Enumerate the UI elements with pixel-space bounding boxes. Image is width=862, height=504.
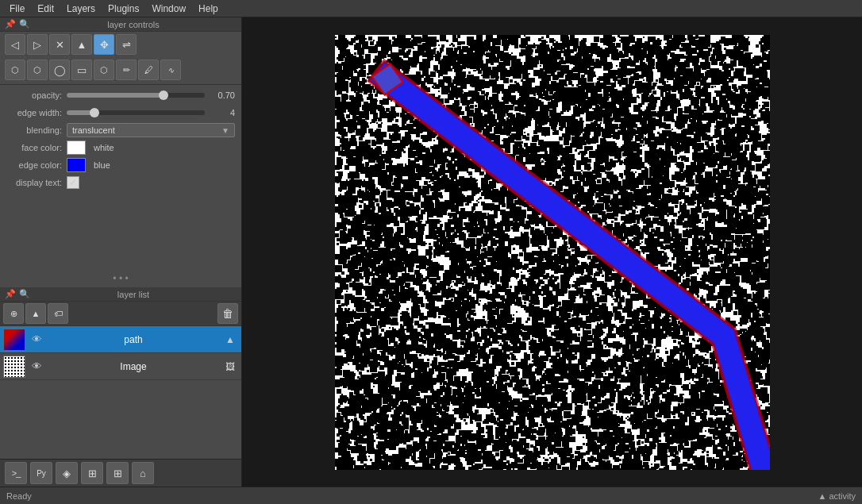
path-layer-name: path	[48, 334, 219, 345]
delete-node-btn[interactable]: ✕	[49, 34, 70, 55]
display-text-label: display text:	[6, 178, 62, 187]
new-shapes-btn[interactable]: ▲	[25, 303, 46, 324]
layer-list-title: layer list	[30, 290, 237, 299]
python-btn[interactable]: Py	[30, 462, 52, 484]
transform-tool-btn[interactable]: ✥	[94, 34, 114, 55]
edge-color-swatch[interactable]	[67, 158, 86, 172]
dots-more: • • • ⋮	[0, 270, 241, 287]
unlink-tool-btn[interactable]: ⬡	[27, 60, 48, 80]
face-color-row: face color: white	[0, 139, 241, 156]
tools-row1: ◁ ▷ ✕ ▲ ✥ ⇌	[0, 32, 241, 57]
menu-help[interactable]: Help	[192, 2, 225, 16]
canvas-area[interactable]	[242, 17, 862, 487]
statusbar: Ready ▲ activity	[0, 487, 862, 504]
bezier-tool-btn[interactable]: ∿	[160, 60, 181, 80]
status-text: Ready	[6, 491, 32, 501]
left-panel: 📌 🔍 layer controls ◁ ▷ ✕ ▲ ✥ ⇌ ⬡ ⬡ ◯ ▭ ⬡…	[0, 17, 242, 487]
blending-dropdown[interactable]: translucent ▼	[67, 123, 235, 137]
edge-width-row: edge width: 4	[0, 104, 241, 121]
dropdown-arrow-icon: ▼	[221, 126, 229, 135]
search-icon: 🔍	[19, 19, 30, 29]
menubar: File Edit Layers Plugins Window Help	[0, 0, 862, 17]
menu-edit[interactable]: Edit	[31, 2, 60, 16]
delete-layer-btn[interactable]: 🗑	[217, 303, 238, 324]
path-red-outline	[387, 79, 764, 470]
image-layer-name: Image	[48, 361, 219, 372]
menu-layers[interactable]: Layers	[60, 2, 102, 16]
image-visibility-toggle[interactable]: 👁	[29, 359, 44, 375]
terminal-btn[interactable]: >_	[5, 462, 27, 484]
edge-color-row: edge color: blue	[0, 156, 241, 174]
layer-list-spacer	[0, 380, 241, 459]
new-points-btn[interactable]: ⊕	[3, 303, 24, 324]
tools-row2: ⬡ ⬡ ◯ ▭ ⬡ ✏ 🖊 ∿	[0, 57, 241, 83]
move-next-btn[interactable]: ▷	[27, 34, 48, 55]
layer-pin-icon: 📌	[5, 289, 16, 299]
edge-color-label: edge color:	[6, 160, 62, 170]
grid-btn[interactable]: ⊞	[106, 462, 129, 484]
controls-spacer	[0, 191, 241, 270]
display-text-checkbox[interactable]: ✓	[67, 176, 79, 189]
layer-item-image[interactable]: 👁 Image 🖼	[0, 353, 241, 380]
edge-width-slider[interactable]	[67, 110, 205, 115]
menu-plugins[interactable]: Plugins	[102, 2, 145, 16]
new-labels-btn[interactable]: 🏷	[48, 303, 68, 324]
opacity-value: 0.70	[210, 90, 235, 100]
bottom-toolbar: >_ Py ◈ ⊞ ⊞ ⌂	[0, 459, 241, 487]
layer-search-icon: 🔍	[19, 289, 30, 299]
layer-list-header: 📌 🔍 layer list	[0, 287, 241, 302]
layer-list-toolbar: ⊕ ▲ 🏷 🗑	[0, 302, 241, 326]
edge-width-value: 4	[210, 108, 235, 117]
layer-controls-title: layer controls	[30, 20, 237, 29]
edge-color-name: blue	[90, 160, 235, 170]
freehand-tool-btn[interactable]: ✏	[116, 60, 137, 80]
path-thumbnail	[3, 329, 25, 351]
import-btn[interactable]: ⊞	[81, 462, 103, 484]
link-tool-btn[interactable]: ⬡	[5, 60, 25, 80]
image-thumbnail	[3, 356, 25, 378]
opacity-slider[interactable]	[67, 93, 205, 98]
main-area: 📌 🔍 layer controls ◁ ▷ ✕ ▲ ✥ ⇌ ⬡ ⬡ ◯ ▭ ⬡…	[0, 17, 862, 487]
path-type-icon: ▲	[222, 332, 238, 348]
layer-item-path[interactable]: 👁 path ▲	[0, 326, 241, 353]
sep1	[0, 84, 241, 85]
poly-tool-btn[interactable]: ⬡	[94, 60, 114, 80]
pin-icon: 📌	[5, 19, 16, 29]
menu-file[interactable]: File	[3, 2, 31, 16]
edge-width-label: edge width:	[6, 108, 62, 117]
3d-model-btn[interactable]: ◈	[56, 462, 78, 484]
more-options-icon: • • •	[113, 273, 128, 284]
flip-tool-btn[interactable]: ⇌	[116, 34, 137, 55]
blending-value: translucent	[72, 125, 115, 135]
ellipse-tool-btn[interactable]: ◯	[49, 60, 70, 80]
image-type-icon: 🖼	[222, 359, 238, 375]
home-btn[interactable]: ⌂	[132, 462, 154, 484]
opacity-label: opacity:	[6, 90, 62, 100]
rect-tool-btn[interactable]: ▭	[71, 60, 92, 80]
path-visibility-toggle[interactable]: 👁	[29, 332, 44, 348]
opacity-row: opacity: 0.70	[0, 87, 241, 104]
pen-tool-btn[interactable]: 🖊	[138, 60, 159, 80]
menu-window[interactable]: Window	[145, 2, 192, 16]
display-text-row: display text: ✓	[0, 174, 241, 191]
move-prev-btn[interactable]: ◁	[5, 34, 25, 55]
canvas-container	[335, 35, 770, 470]
layer-controls-header: 📌 🔍 layer controls	[0, 17, 241, 32]
blending-label: blending:	[6, 125, 62, 135]
select-tool-btn[interactable]: ▲	[71, 34, 92, 55]
face-color-label: face color:	[6, 143, 62, 152]
face-color-name: white	[90, 143, 235, 152]
face-color-swatch[interactable]	[67, 140, 86, 155]
blending-row: blending: translucent ▼	[0, 121, 241, 139]
path-overlay-svg	[335, 35, 770, 470]
activity-text[interactable]: ▲ activity	[818, 491, 856, 501]
